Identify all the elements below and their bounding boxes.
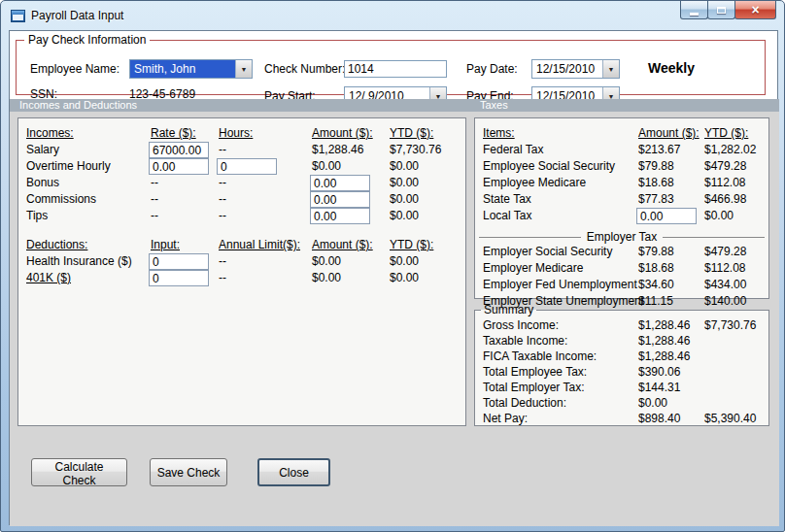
paycheck-info-group: Pay Check Information Employee Name: Smi…: [16, 33, 766, 95]
overtime-ytd: $0.00: [390, 159, 419, 173]
hours-col-header: Hours:: [219, 126, 253, 140]
overtime-rate-input[interactable]: [149, 158, 209, 175]
net-pay-row: Net Pay: $898.40 $5,390.40: [475, 412, 768, 426]
salary-label: Salary: [26, 143, 59, 156]
fica-taxable-income-row: FICA Taxable Income: $1,288.46: [475, 349, 768, 364]
commissions-amount-input[interactable]: [310, 191, 370, 208]
incomes-col-header: Incomes:: [26, 126, 74, 140]
summary-title: Summary: [481, 303, 536, 316]
maximize-button[interactable]: [707, 1, 735, 19]
tax-amount: $79.88: [638, 245, 674, 258]
deductions-header-row: Deductions: Input: Annual Limit($): Amou…: [18, 238, 465, 253]
pay-date-dropdown-button[interactable]: ▼: [602, 60, 619, 78]
close-dialog-button[interactable]: Close: [257, 458, 330, 486]
maximize-icon: [717, 7, 726, 14]
check-number-input[interactable]: [344, 60, 447, 78]
total-employee-tax-row: Total Employee Tax: $390.06: [475, 365, 768, 380]
summary-amount: $898.40: [638, 412, 680, 425]
titlebar[interactable]: Payroll Data Input ×: [1, 1, 784, 30]
bonus-ytd: $0.00: [390, 176, 419, 189]
commissions-hours: --: [219, 192, 226, 206]
overtime-amount: $0.00: [312, 159, 341, 173]
gross-income-row: Gross Income: $1,288.46 $7,730.76: [475, 318, 768, 333]
health-insurance-input[interactable]: [149, 253, 209, 270]
tax-amount: $213.67: [638, 143, 680, 156]
summary-amount: $390.06: [638, 365, 680, 379]
employer-ss-row: Employer Social Security $79.88 $479.28: [475, 245, 768, 260]
employer-fed-unemployment-row: Employer Fed Unemployment $34.60 $434.00: [475, 278, 768, 293]
incomes-deductions-panel: Incomes: Rate ($): Hours: Amount ($): YT…: [17, 117, 466, 426]
salary-hours: --: [219, 143, 226, 156]
401k-ytd: $0.00: [390, 271, 419, 284]
annual-limit-col-header: Annual Limit($):: [219, 238, 300, 251]
app-icon: [11, 10, 25, 22]
pay-frequency-label: Weekly: [648, 60, 695, 76]
401k-input[interactable]: [149, 270, 209, 286]
overtime-label: Overtime Hourly: [26, 159, 111, 173]
tips-label: Tips: [26, 209, 48, 222]
minimize-icon: [690, 13, 699, 16]
summary-amount: $1,288.46: [638, 318, 690, 332]
state-tax-row: State Tax $77.83 $466.98: [475, 192, 768, 208]
overtime-hours-input[interactable]: [217, 158, 277, 175]
tax-amount: $18.68: [638, 176, 674, 189]
taxes-amount-col-header: Amount ($):: [638, 126, 700, 140]
rate-col-header: Rate ($):: [151, 126, 196, 140]
deductions-amount-col-header: Amount ($):: [312, 238, 373, 251]
tax-amount: $18.68: [638, 261, 674, 275]
taxes-panel: Items: Amount ($): YTD ($): Federal Tax …: [474, 117, 769, 299]
bonus-row: Bonus -- -- $0.00: [18, 176, 465, 191]
section-header-band: Incomes and Deductions Taxes: [10, 99, 779, 112]
summary-label: Total Employee Tax:: [483, 365, 587, 379]
taxable-income-row: Taxable Income: $1,288.46: [475, 334, 768, 349]
tax-label: State Tax: [483, 192, 531, 206]
deductions-col-header: Deductions:: [26, 238, 87, 251]
health-insurance-row: Health Insurance ($) -- $0.00 $0.00: [18, 254, 465, 270]
tax-label: Employee Social Security: [483, 159, 615, 173]
save-check-button[interactable]: Save Check: [150, 458, 227, 486]
tax-label: Federal Tax: [483, 143, 543, 156]
401k-row: 401K ($) -- $0.00 $0.00: [18, 271, 465, 286]
summary-amount: $144.31: [638, 381, 680, 394]
window-title: Payroll Data Input: [31, 9, 123, 22]
summary-ytd: $7,730.76: [704, 318, 756, 332]
paycheck-info-title: Pay Check Information: [24, 33, 150, 47]
salary-row: Salary -- $1,288.46 $7,730.76: [18, 143, 465, 158]
employee-name-select[interactable]: Smith, John ▼: [129, 59, 253, 79]
summary-ytd: $5,390.40: [704, 412, 756, 425]
close-button[interactable]: ×: [734, 1, 776, 19]
employee-name-value: Smith, John: [130, 60, 235, 78]
calculate-check-button[interactable]: Calculate Check: [31, 458, 127, 486]
local-tax-row: Local Tax $0.00: [475, 209, 768, 224]
employer-tax-separator: Employer Tax: [479, 230, 765, 244]
summary-label: Total Employer Tax:: [483, 381, 585, 394]
401k-limit: --: [219, 271, 226, 284]
summary-group: Summary Gross Income: $1,288.46 $7,730.7…: [474, 303, 769, 426]
tax-label: Employer Fed Unemployment: [483, 278, 637, 291]
salary-rate-input[interactable]: [149, 142, 209, 158]
minimize-button[interactable]: [680, 1, 708, 19]
bonus-amount-input[interactable]: [310, 175, 370, 191]
summary-label: Total Deduction:: [483, 396, 566, 410]
payroll-window: Payroll Data Input × Pay Check Informati…: [0, 0, 785, 532]
input-col-header: Input:: [151, 238, 180, 251]
taxes-ytd-col-header: YTD ($):: [704, 126, 748, 140]
commissions-ytd: $0.00: [390, 192, 419, 206]
pay-date-value: 12/15/2010: [532, 60, 602, 78]
chevron-down-icon: ▼: [608, 66, 615, 73]
close-icon: ×: [751, 3, 759, 17]
tips-amount-input[interactable]: [310, 208, 370, 224]
overtime-row: Overtime Hourly $0.00 $0.00: [18, 159, 465, 175]
bonus-rate: --: [151, 176, 158, 189]
local-tax-input[interactable]: [636, 208, 697, 224]
401k-label[interactable]: 401K ($): [26, 271, 71, 284]
employee-dropdown-button[interactable]: ▼: [235, 60, 252, 78]
summary-label: Gross Income:: [483, 318, 559, 332]
form-client-area: Pay Check Information Employee Name: Smi…: [9, 30, 778, 525]
employee-medicare-row: Employee Medicare $18.68 $112.08: [475, 176, 768, 191]
tax-ytd: $466.98: [704, 192, 746, 206]
tips-ytd: $0.00: [390, 209, 419, 222]
salary-ytd: $7,730.76: [390, 143, 441, 156]
pay-date-picker[interactable]: 12/15/2010 ▼: [531, 59, 620, 79]
taxes-header-row: Items: Amount ($): YTD ($):: [475, 126, 768, 142]
